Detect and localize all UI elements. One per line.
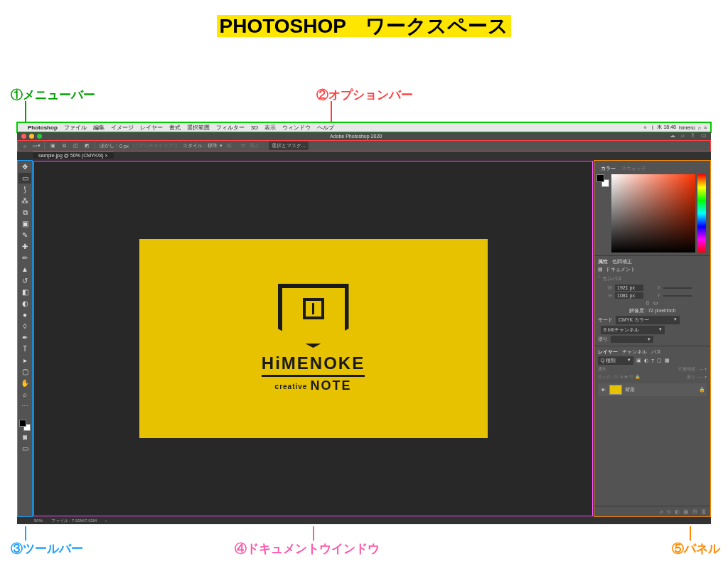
marquee-tool[interactable]: ▭ — [18, 173, 31, 184]
pen-tool[interactable]: ✒ — [18, 332, 31, 343]
eraser-tool[interactable]: ◧ — [18, 287, 31, 297]
menu-layer[interactable]: レイヤー — [140, 124, 163, 132]
path-select-tool[interactable]: ▸ — [18, 355, 31, 366]
delete-layer-icon[interactable]: 🗑 — [701, 509, 707, 515]
stamp-tool[interactable]: ▲ — [18, 264, 31, 275]
selection-add-icon[interactable]: ⧉ — [60, 142, 68, 149]
menu-edit[interactable]: 編集 — [93, 124, 105, 132]
history-brush-tool[interactable]: ↺ — [18, 275, 31, 286]
selection-new-icon[interactable]: ▣ — [49, 142, 56, 149]
layer-mask-icon[interactable]: ◐ — [675, 509, 680, 515]
menu-file[interactable]: ファイル — [64, 124, 87, 132]
fill-select[interactable]: ▾ — [611, 336, 653, 343]
tab-channels[interactable]: チャンネル — [622, 349, 647, 356]
dodge-tool[interactable]: ◊ — [18, 321, 31, 331]
brush-tool[interactable]: ✏ — [18, 252, 31, 263]
landscape-icon[interactable]: ▭ — [653, 300, 658, 306]
blend-mode-select[interactable]: 通常 — [598, 366, 606, 373]
tab-adjustments[interactable]: 色調補正 — [612, 258, 632, 265]
edit-toolbar-icon[interactable]: ⋯ — [18, 400, 31, 411]
menubar-user[interactable]: himeno — [679, 125, 695, 130]
document-window[interactable]: HiMENOKE creativeNOTE — [33, 160, 594, 517]
menu-filter[interactable]: フィルター — [216, 124, 245, 132]
search-icon[interactable]: ⌕ — [698, 125, 701, 130]
tab-swatches[interactable]: スウォッチ — [621, 165, 646, 172]
selection-intersect-icon[interactable]: ◩ — [83, 142, 90, 149]
gradient-tool[interactable]: ◐ — [18, 298, 31, 309]
filter-pixel-icon[interactable]: ▣ — [636, 358, 641, 363]
style-select[interactable]: 標準 — [208, 142, 218, 149]
eyedropper-tool[interactable]: ✎ — [18, 230, 31, 240]
tab-color[interactable]: カラー — [601, 165, 616, 172]
swap-wh-icon[interactable]: ⇄ — [241, 143, 245, 149]
window-close-button[interactable] — [21, 134, 26, 139]
screenmode-icon[interactable]: ▭ — [18, 443, 31, 454]
color-field[interactable] — [611, 174, 695, 252]
canvas-y[interactable] — [663, 295, 692, 297]
shape-tool[interactable]: ▢ — [18, 366, 31, 377]
filter-smart-icon[interactable]: ▦ — [665, 358, 670, 363]
frame-tool[interactable]: ▣ — [18, 218, 31, 229]
new-group-icon[interactable]: ▣ — [683, 509, 689, 515]
blur-tool[interactable]: ● — [18, 309, 31, 320]
new-layer-icon[interactable]: ⊞ — [692, 509, 697, 515]
menu-type[interactable]: 書式 — [169, 124, 181, 132]
menu-window[interactable]: ウィンドウ — [282, 124, 311, 132]
portrait-icon[interactable]: ▯ — [646, 300, 649, 306]
bit-depth-select[interactable]: 8 bit/チャンネル▾ — [601, 326, 665, 334]
antialias-checkbox[interactable]: ☐ アンチエイリアス — [133, 142, 178, 149]
zoom-tool[interactable]: ⌕ — [18, 389, 31, 400]
document-tab[interactable]: sample.jpg @ 50% (CMYK/8) × — [33, 151, 114, 159]
cloud-icon[interactable]: ☁ — [670, 132, 675, 139]
canvas-height[interactable]: 1081 px — [615, 292, 643, 299]
selection-subtract-icon[interactable]: ◫ — [72, 142, 79, 149]
layer-row[interactable]: 👁 背景 🔒 — [598, 383, 707, 396]
menu-app[interactable]: Photoshop — [28, 124, 58, 131]
magic-wand-tool[interactable]: ⁂ — [18, 196, 31, 206]
status-bluetooth-icon[interactable]: ᛒ — [651, 125, 654, 130]
workspace-icon[interactable]: ▭ — [701, 132, 707, 139]
zoom-level[interactable]: 50% — [34, 519, 43, 523]
filter-type-icon[interactable]: T — [651, 358, 654, 363]
tool-preset-icon[interactable]: ▭▾ — [33, 142, 40, 149]
type-tool[interactable]: T — [18, 344, 31, 354]
healing-tool[interactable]: ✚ — [18, 241, 31, 252]
select-and-mask-button[interactable]: 選択とマスク... — [269, 142, 309, 150]
visibility-icon[interactable]: 👁 — [599, 388, 606, 393]
lasso-tool[interactable]: ⟆ — [18, 184, 31, 195]
share-icon[interactable]: ⇪ — [690, 132, 695, 139]
menu-extra-icon[interactable]: ≡ — [704, 125, 707, 130]
feather-value[interactable]: 0 px — [119, 144, 129, 149]
layer-style-icon[interactable]: fx — [667, 509, 671, 515]
layer-name[interactable]: 背景 — [625, 386, 635, 393]
canvas-x[interactable] — [663, 287, 692, 289]
home-icon[interactable]: ⌂ — [21, 142, 28, 149]
color-swatch[interactable] — [19, 420, 31, 431]
window-minimize-button[interactable] — [29, 134, 34, 139]
window-maximize-button[interactable] — [37, 134, 42, 139]
menu-view[interactable]: 表示 — [264, 124, 276, 132]
tab-paths[interactable]: パス — [651, 349, 661, 356]
layer-kind-filter[interactable]: Q 種類▾ — [598, 356, 633, 365]
menubar-clock[interactable]: 木 18:48 — [657, 124, 675, 131]
filter-adjust-icon[interactable]: ◐ — [644, 358, 648, 363]
status-wifi-icon[interactable]: ᯤ — [643, 125, 648, 130]
search-app-icon[interactable]: ⌕ — [681, 132, 685, 139]
panel-color-swatch[interactable] — [596, 174, 609, 187]
link-layers-icon[interactable]: ⌀ — [660, 509, 663, 515]
canvas-width[interactable]: 1921 px — [615, 284, 643, 291]
tab-properties[interactable]: 属性 — [598, 258, 608, 265]
menu-3d[interactable]: 3D — [251, 124, 258, 131]
layer-thumbnail[interactable] — [609, 385, 622, 395]
filter-shape-icon[interactable]: ▢ — [657, 358, 662, 363]
crop-tool[interactable]: ⧉ — [18, 207, 31, 218]
color-mode-select[interactable]: CMYK カラー▾ — [616, 316, 680, 324]
quickmask-icon[interactable]: ◙ — [18, 432, 31, 442]
canvas-section-header[interactable]: カンバス — [598, 274, 707, 284]
hand-tool[interactable]: ✋ — [18, 378, 31, 388]
hue-slider[interactable] — [697, 174, 706, 252]
menu-select[interactable]: 選択範囲 — [187, 124, 210, 132]
move-tool[interactable]: ✥ — [18, 161, 31, 172]
tab-close-icon[interactable]: × — [105, 153, 107, 158]
menu-image[interactable]: イメージ — [111, 124, 134, 132]
